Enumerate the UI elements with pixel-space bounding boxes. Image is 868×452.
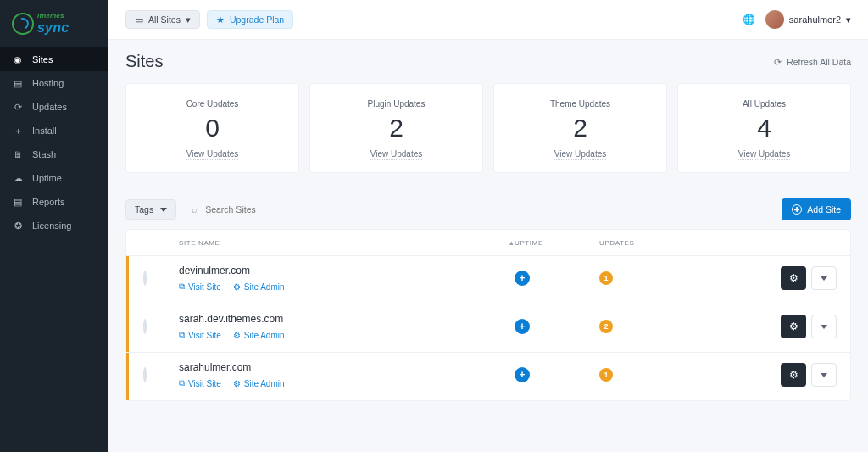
search-icon: ⌕	[192, 204, 198, 215]
row-more-button[interactable]	[811, 266, 837, 290]
globe-icon	[143, 319, 147, 334]
chevron-down-icon	[821, 276, 827, 281]
stat-cards: Core Updates 0 View Updates Plugin Updat…	[125, 83, 851, 173]
col-uptime[interactable]: UPTIME	[515, 239, 599, 247]
globe-button[interactable]: 🌐	[740, 10, 759, 29]
row-settings-button[interactable]: ⚙	[781, 315, 806, 338]
logo-sub: ithemes	[37, 13, 69, 20]
updates-badge[interactable]: 1	[599, 271, 613, 285]
nav: ◉ Sites ▤ Hosting ⟳ Updates ＋ Install 🗎 …	[0, 47, 108, 237]
card-core-updates: Core Updates 0 View Updates	[125, 83, 299, 173]
row-settings-button[interactable]: ⚙	[781, 363, 806, 387]
card-link[interactable]: View Updates	[370, 149, 423, 160]
card-label: Core Updates	[135, 99, 290, 109]
site-name[interactable]: devinulmer.com	[179, 265, 515, 276]
uptime-status[interactable]: +	[515, 271, 530, 286]
nav-label: Install	[32, 126, 57, 136]
card-value: 4	[687, 114, 842, 142]
row-more-button[interactable]	[811, 315, 837, 338]
card-value: 2	[319, 114, 474, 142]
table-row: devinulmer.com ⧉Visit Site ⚙Site Admin +…	[126, 256, 850, 304]
sites-table: SITE NAME ▴ UPTIME UPDATES devinulmer.co…	[125, 229, 851, 401]
globe-icon: 🌐	[743, 14, 755, 25]
tags-dropdown[interactable]: Tags	[125, 199, 176, 220]
chevron-down-icon	[821, 325, 827, 329]
add-site-button[interactable]: Add Site	[782, 198, 851, 220]
nav-licensing[interactable]: ✪ Licensing	[0, 214, 108, 237]
hosting-icon: ▤	[12, 77, 24, 89]
wp-icon: ⚙	[233, 331, 241, 340]
install-icon: ＋	[12, 125, 24, 137]
table-head: SITE NAME ▴ UPTIME UPDATES	[126, 230, 850, 256]
upgrade-label: Upgrade Plan	[230, 14, 284, 25]
tags-label: Tags	[135, 204, 153, 215]
nav-label: Licensing	[32, 220, 71, 231]
nav-stash[interactable]: 🗎 Stash	[0, 142, 108, 166]
title-row: Sites ⟳ Refresh All Data	[125, 52, 851, 71]
page-title: Sites	[125, 52, 163, 71]
logo[interactable]: ithemes sync	[0, 0, 108, 47]
site-name[interactable]: sarah.dev.ithemes.com	[179, 313, 515, 325]
card-link[interactable]: View Updates	[554, 149, 607, 160]
user-menu[interactable]: sarahulmer2 ▾	[765, 10, 851, 29]
row-more-button[interactable]	[811, 363, 837, 387]
visit-site-link[interactable]: ⧉Visit Site	[179, 282, 221, 292]
chevron-down-icon	[821, 373, 827, 377]
nav-uptime[interactable]: ☁ Uptime	[0, 166, 108, 190]
star-icon: ★	[216, 14, 225, 25]
site-filter-button[interactable]: ▭ All Sites ▾	[125, 10, 200, 29]
card-value: 0	[135, 114, 290, 142]
nav-label: Updates	[32, 102, 67, 112]
username: sarahulmer2	[789, 14, 841, 25]
plus-icon	[792, 204, 802, 215]
updates-badge[interactable]: 1	[599, 368, 613, 382]
card-link[interactable]: View Updates	[738, 149, 791, 160]
col-updates[interactable]: UPDATES	[599, 239, 701, 247]
site-admin-link[interactable]: ⚙Site Admin	[233, 282, 285, 292]
card-value: 2	[503, 114, 658, 142]
visit-site-link[interactable]: ⧉Visit Site	[179, 378, 221, 388]
search-input[interactable]	[186, 199, 356, 220]
site-admin-link[interactable]: ⚙Site Admin	[233, 330, 285, 340]
card-theme-updates: Theme Updates 2 View Updates	[493, 83, 667, 173]
chevron-down-icon	[160, 208, 167, 212]
nav-updates[interactable]: ⟳ Updates	[0, 95, 108, 119]
logo-icon	[12, 13, 34, 35]
nav-install[interactable]: ＋ Install	[0, 119, 108, 142]
topbar: ▭ All Sites ▾ ★ Upgrade Plan 🌐 sarahulme…	[108, 0, 868, 40]
chevron-down-icon: ▾	[186, 14, 191, 25]
visit-site-link[interactable]: ⧉Visit Site	[179, 330, 221, 340]
reports-icon: ▤	[12, 196, 24, 208]
gear-icon: ⚙	[789, 321, 798, 332]
nav-sites[interactable]: ◉ Sites	[0, 47, 108, 71]
table-row: sarahulmer.com ⧉Visit Site ⚙Site Admin +…	[126, 353, 850, 400]
search-wrap: ⌕	[186, 199, 356, 220]
refresh-label: Refresh All Data	[787, 57, 851, 67]
add-site-label: Add Site	[807, 204, 841, 215]
globe-icon	[143, 271, 147, 286]
row-status-bar	[126, 353, 129, 400]
card-plugin-updates: Plugin Updates 2 View Updates	[309, 83, 483, 173]
site-filter-label: All Sites	[148, 14, 181, 25]
wp-icon: ⚙	[233, 282, 241, 292]
card-link[interactable]: View Updates	[186, 149, 239, 160]
nav-hosting[interactable]: ▤ Hosting	[0, 71, 108, 95]
table-row: sarah.dev.ithemes.com ⧉Visit Site ⚙Site …	[126, 304, 850, 353]
refresh-all-button[interactable]: ⟳ Refresh All Data	[774, 57, 851, 67]
refresh-icon: ⟳	[774, 57, 782, 67]
updates-badge[interactable]: 2	[599, 320, 613, 333]
site-admin-link[interactable]: ⚙Site Admin	[233, 378, 285, 388]
gear-icon: ⚙	[789, 369, 798, 381]
site-name[interactable]: sarahulmer.com	[179, 361, 515, 373]
logo-main: sync	[37, 20, 69, 36]
row-settings-button[interactable]: ⚙	[781, 266, 806, 290]
sites-icon: ◉	[12, 53, 24, 65]
upgrade-plan-button[interactable]: ★ Upgrade Plan	[207, 10, 293, 29]
col-site-name[interactable]: SITE NAME ▴	[179, 238, 515, 247]
external-icon: ⧉	[179, 282, 185, 292]
external-icon: ⧉	[179, 330, 185, 340]
uptime-status[interactable]: +	[515, 367, 530, 382]
uptime-status[interactable]: +	[515, 319, 530, 334]
nav-reports[interactable]: ▤ Reports	[0, 190, 108, 214]
card-label: All Updates	[687, 99, 842, 109]
